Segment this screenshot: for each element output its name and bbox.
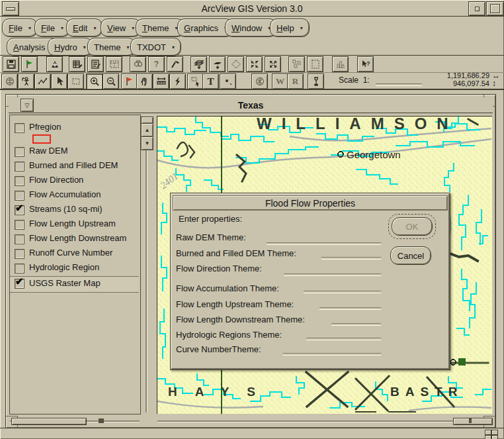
cancel-button[interactable]: Cancel — [390, 246, 431, 265]
legend-checkbox-flow-accumulation[interactable] — [15, 191, 24, 201]
legend-checkbox-flow-length-downstream[interactable] — [15, 234, 24, 244]
field-input-burned-dem[interactable] — [321, 257, 381, 260]
label-tool[interactable] — [187, 73, 204, 89]
map-hscroll-thumb[interactable] — [453, 418, 493, 425]
menu-help[interactable]: Help▾ — [270, 19, 310, 37]
select-feature-tool[interactable] — [18, 73, 34, 89]
legend-label-usgs-raster[interactable]: USGS Raster Map — [29, 278, 101, 288]
vscroll-up-button[interactable]: ▲ — [141, 123, 153, 137]
legend-checkbox-hydrologic-region[interactable] — [15, 264, 24, 273]
save-project-button[interactable] — [3, 56, 19, 72]
field-input-flow-length-downstream[interactable] — [331, 323, 381, 326]
anchor-tool[interactable] — [308, 73, 324, 89]
help-button[interactable]: ? — [357, 56, 374, 72]
legend-checkbox-streams[interactable]: ✔ — [15, 205, 24, 215]
zoom-active-theme-button[interactable] — [209, 56, 226, 72]
select-box-tool[interactable] — [67, 73, 84, 89]
legend-hscroll-thumb[interactable] — [11, 418, 87, 425]
vscroll-down-button[interactable]: ▼ — [141, 136, 153, 150]
menu-theme-2[interactable]: Theme▾ — [87, 38, 136, 56]
vertex-edit-tool[interactable] — [34, 73, 51, 89]
histogram-button[interactable] — [332, 56, 349, 72]
select-none-button[interactable] — [288, 56, 305, 72]
menu-hydro[interactable]: Hydro▾ — [48, 38, 93, 56]
vscroll-trough[interactable] — [146, 150, 147, 413]
menu-arrow-icon: ▾ — [172, 44, 175, 50]
zoom-in-tool[interactable] — [86, 73, 103, 89]
legend-label-burned-dem[interactable]: Burned and Filled DEM — [29, 160, 118, 170]
field-input-curve-number[interactable] — [283, 353, 381, 356]
zoom-selected-button[interactable] — [228, 56, 244, 72]
map-hscroll-trough[interactable] — [157, 420, 491, 422]
open-theme-table-button[interactable] — [106, 56, 122, 72]
field-input-raw-dem[interactable] — [267, 242, 381, 245]
legend-checkbox-flow-direction[interactable] — [15, 176, 24, 186]
scale-input[interactable] — [376, 83, 422, 86]
ok-button[interactable]: OK — [392, 217, 433, 236]
w-tool[interactable]: W — [272, 73, 288, 89]
legend-label-pfregion[interactable]: Pfregion — [29, 122, 61, 132]
town-label-georgetown: Georgetown — [347, 149, 401, 160]
legend-symbol-red-rect — [32, 134, 51, 144]
zoom-full-extent-button[interactable] — [190, 56, 207, 72]
find-button[interactable] — [130, 56, 146, 72]
zoom-out-extent-button[interactable] — [265, 56, 281, 72]
iconify-button[interactable] — [468, 1, 485, 16]
legend-checkbox-usgs-raster[interactable]: ✔ — [15, 279, 24, 289]
legend-label-hydrologic-region[interactable]: Hydrologic Region — [29, 262, 99, 272]
resize-grip[interactable] — [485, 430, 497, 439]
pointer-tool[interactable] — [51, 73, 67, 89]
r-tool[interactable]: R — [287, 73, 304, 89]
zoom-out-tool[interactable] — [103, 73, 119, 89]
flag-marker-button[interactable] — [21, 56, 38, 72]
view-titlebar[interactable]: ▽ Texas — [9, 97, 493, 113]
identify-icon — [5, 76, 15, 87]
menu-file-1[interactable]: File▾ — [2, 19, 38, 37]
legend-label-flow-accumulation[interactable]: Flow Accumulation — [29, 189, 101, 199]
green-flag-icon — [24, 59, 35, 70]
legend-checkbox-raw-dem[interactable] — [15, 147, 24, 157]
legend-label-flow-length-upstream[interactable]: Flow Length Upstream — [29, 219, 116, 228]
hscroll-tick — [469, 418, 472, 423]
maximize-button[interactable] — [486, 1, 504, 16]
magnifier-plus-icon — [89, 76, 100, 87]
dialog-titlebar[interactable]: Flood Flow Properties — [173, 195, 448, 211]
lightning-tool[interactable] — [169, 73, 186, 89]
edit-legend-button[interactable] — [87, 56, 104, 72]
letter-r-icon: R — [292, 76, 298, 87]
field-input-flow-length-upstream[interactable] — [319, 307, 381, 310]
legend-checkbox-runoff-curve[interactable] — [15, 249, 24, 259]
main-titlebar[interactable]: ArcView GIS Version 3.0 — [1, 1, 503, 16]
text-tool[interactable]: T — [202, 73, 219, 89]
hot-link-tool[interactable] — [121, 73, 138, 89]
field-input-flow-accumulation[interactable] — [304, 291, 381, 293]
legend-label-raw-dem[interactable]: Raw DEM — [29, 146, 68, 156]
legend-label-runoff-curve[interactable]: Runoff Curve Number — [29, 248, 112, 258]
locate-button[interactable]: ? — [148, 56, 165, 72]
legend-checkbox-pfregion[interactable] — [15, 123, 24, 133]
menu-file-2[interactable]: File▾ — [34, 19, 70, 37]
pan-tool[interactable] — [136, 73, 153, 89]
menu-txdot[interactable]: TXDOT▾ — [130, 38, 181, 56]
identify-tool[interactable] — [1, 73, 18, 89]
zoom-in-extent-button[interactable] — [246, 56, 263, 72]
add-theme-button[interactable] — [46, 56, 63, 72]
query-builder-button[interactable] — [167, 56, 183, 72]
point-icon — [223, 76, 233, 87]
field-input-flow-direction[interactable] — [284, 273, 381, 276]
legend-checkbox-flow-length-upstream[interactable] — [15, 220, 24, 230]
menu-arrow-icon: ▾ — [93, 25, 96, 31]
main-window-title: ArcView GIS Version 3.0 — [1, 3, 503, 14]
field-input-hydrologic-regions[interactable] — [306, 338, 381, 340]
clear-selection-button[interactable] — [307, 56, 323, 72]
legend-checkbox-burned-dem[interactable] — [15, 162, 24, 171]
measure-tool[interactable] — [153, 73, 169, 89]
menu-edit[interactable]: Edit▾ — [66, 19, 103, 37]
theme-properties-button[interactable] — [69, 56, 85, 72]
legend-label-streams[interactable]: Streams (10 sq-mi) — [29, 204, 103, 214]
add-theme-icon — [50, 59, 60, 70]
legend-label-flow-direction[interactable]: Flow Direction — [29, 175, 83, 185]
pattern-tool[interactable] — [251, 73, 268, 89]
legend-label-flow-length-downstream[interactable]: Flow Length Downstream — [29, 233, 126, 243]
draw-point-tool[interactable] — [220, 73, 236, 89]
